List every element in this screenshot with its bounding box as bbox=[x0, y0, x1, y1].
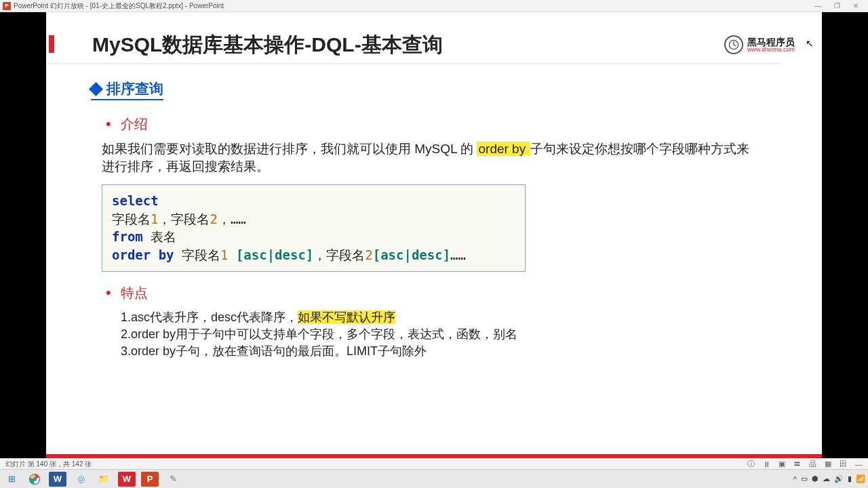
slide-counter: 幻灯片 第 140 张，共 142 张 bbox=[5, 460, 92, 469]
file-explorer-icon[interactable]: 📁 bbox=[95, 472, 113, 487]
slide-content: 排序查询 介绍 如果我们需要对读取的数据进行排序，我们就可以使用 MySQL 的… bbox=[46, 64, 822, 360]
status-icon[interactable]: 品 bbox=[809, 459, 816, 469]
app-icon[interactable]: ✎ bbox=[164, 472, 182, 487]
close-button[interactable]: ✕ bbox=[846, 2, 865, 9]
list-item: 1.asc代表升序，desc代表降序，如果不写默认升序 bbox=[121, 309, 781, 326]
tray-battery-icon[interactable]: ▮ bbox=[848, 474, 852, 483]
tray-icon[interactable]: ☁ bbox=[823, 474, 830, 483]
brand-url: www.itheima.com bbox=[747, 47, 795, 53]
accent-bar bbox=[49, 35, 54, 53]
intro-paragraph: 如果我们需要对读取的数据进行排序，我们就可以使用 MySQL 的 order b… bbox=[102, 140, 754, 175]
brand-name: 黑马程序员 bbox=[747, 37, 795, 47]
slide-header: MySQL数据库基本操作-DQL-基本查询 bbox=[46, 12, 781, 64]
code-text: ，字段名 bbox=[313, 247, 365, 262]
sql-code-block: select 字段名1，字段名2，…… from 表名 order by 字段名… bbox=[102, 184, 526, 271]
code-text: ，字段名 bbox=[158, 211, 210, 226]
feature-list: 1.asc代表升序，desc代表降序，如果不写默认升序 2.order by用于… bbox=[121, 309, 781, 361]
powerpoint-icon: P bbox=[3, 2, 11, 10]
subheading-features: 特点 bbox=[106, 284, 781, 302]
code-space bbox=[228, 247, 235, 262]
kw-select: select bbox=[112, 193, 159, 208]
wps-icon[interactable]: W bbox=[118, 472, 136, 487]
status-icon[interactable]: ⏸ bbox=[763, 460, 770, 468]
list-item: 3.order by子句，放在查询语句的最后面。LIMIT子句除外 bbox=[121, 343, 781, 360]
slide-title: MySQL数据库基本操作-DQL-基本查询 bbox=[92, 31, 443, 59]
kw-from: from bbox=[112, 229, 143, 244]
section-heading-text: 排序查询 bbox=[106, 79, 163, 98]
slide-footer-bar bbox=[46, 454, 822, 458]
code-bracket: [asc|desc] bbox=[373, 247, 450, 262]
kw-orderby: order by bbox=[112, 247, 174, 262]
code-text: 字段名 bbox=[112, 211, 151, 226]
tray-network-icon[interactable]: 📶 bbox=[856, 474, 865, 483]
tray-icon[interactable]: ⬢ bbox=[812, 474, 818, 483]
highlight-default-asc: 如果不写默认升序 bbox=[298, 310, 395, 324]
section-heading: 排序查询 bbox=[91, 79, 163, 100]
right-letterbox bbox=[822, 12, 868, 458]
maximize-button[interactable]: ❐ bbox=[827, 2, 846, 9]
browser-icon[interactable]: ◎ bbox=[72, 472, 90, 487]
code-num: 2 bbox=[365, 247, 372, 262]
diamond-icon bbox=[89, 81, 103, 96]
subheading-intro: 介绍 bbox=[106, 115, 781, 134]
mouse-cursor-icon: ↖ bbox=[806, 38, 814, 49]
tray-volume-icon[interactable]: 🔊 bbox=[834, 474, 844, 483]
code-text: …… bbox=[450, 247, 466, 262]
system-tray[interactable]: ^ ▭ ⬢ ☁ 🔊 ▮ 📶 bbox=[793, 474, 865, 483]
slide[interactable]: ↖ MySQL数据库基本操作-DQL-基本查询 黑马程序员 www.itheim… bbox=[46, 12, 822, 458]
left-letterbox bbox=[0, 12, 46, 458]
chrome-icon[interactable] bbox=[26, 472, 43, 487]
status-icon[interactable]: — bbox=[855, 460, 863, 468]
window-titlebar: P PowerPoint 幻灯片放映 - [01-史上最全的SQL教程2.ppt… bbox=[0, 0, 868, 12]
code-num: 1 bbox=[220, 247, 228, 262]
word-icon[interactable]: W bbox=[49, 472, 66, 487]
list-item: 2.order by用于子句中可以支持单个字段，多个字段，表达式，函数，别名 bbox=[121, 326, 781, 343]
status-bar: 幻灯片 第 140 张，共 142 张 ⓘ ⏸ ▣ 〓 品 ▦ 田 — bbox=[0, 458, 868, 469]
highlight-order-by: order by bbox=[477, 142, 530, 156]
code-text: 字段名 bbox=[174, 247, 220, 262]
status-icon[interactable]: 田 bbox=[840, 459, 847, 469]
taskbar: ⊞ W ◎ 📁 W P ✎ ^ ▭ ⬢ ☁ 🔊 ▮ 📶 bbox=[0, 469, 868, 488]
brand-block: 黑马程序员 www.itheima.com bbox=[724, 35, 795, 54]
feat1-text: 1.asc代表升序，desc代表降序， bbox=[121, 310, 298, 324]
window-title: PowerPoint 幻灯片放映 - [01-史上最全的SQL教程2.pptx]… bbox=[14, 1, 224, 11]
tray-chevron-icon[interactable]: ^ bbox=[793, 475, 797, 483]
code-text: ，…… bbox=[218, 211, 246, 226]
code-num: 2 bbox=[210, 211, 217, 226]
status-icon[interactable]: ▣ bbox=[778, 460, 785, 468]
start-button[interactable]: ⊞ bbox=[3, 472, 20, 487]
status-icon[interactable]: 〓 bbox=[793, 459, 801, 469]
para-pre: 如果我们需要对读取的数据进行排序，我们就可以使用 MySQL 的 bbox=[102, 142, 477, 156]
status-icon[interactable]: ▦ bbox=[825, 460, 831, 468]
status-icon[interactable]: ⓘ bbox=[747, 459, 755, 469]
code-text: 表名 bbox=[143, 229, 176, 244]
code-bracket: [asc|desc] bbox=[236, 247, 313, 262]
presentation-stage: ↖ MySQL数据库基本操作-DQL-基本查询 黑马程序员 www.itheim… bbox=[0, 12, 868, 458]
code-num: 1 bbox=[151, 211, 158, 226]
tray-icon[interactable]: ▭ bbox=[801, 474, 808, 483]
minimize-button[interactable]: — bbox=[808, 2, 827, 9]
brand-logo-icon bbox=[724, 35, 743, 54]
powerpoint-taskbar-icon[interactable]: P bbox=[141, 472, 159, 487]
